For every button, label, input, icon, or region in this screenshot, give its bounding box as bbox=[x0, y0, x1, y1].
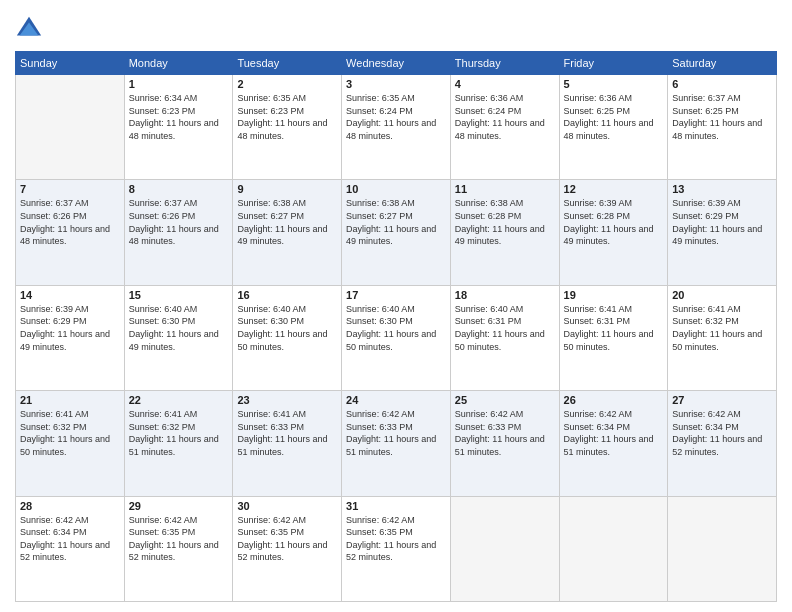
day-number: 25 bbox=[455, 394, 555, 406]
calendar-cell: 4Sunrise: 6:36 AMSunset: 6:24 PMDaylight… bbox=[450, 75, 559, 180]
day-info: Sunrise: 6:42 AMSunset: 6:34 PMDaylight:… bbox=[564, 408, 664, 458]
calendar-cell: 7Sunrise: 6:37 AMSunset: 6:26 PMDaylight… bbox=[16, 180, 125, 285]
calendar-cell: 9Sunrise: 6:38 AMSunset: 6:27 PMDaylight… bbox=[233, 180, 342, 285]
weekday-header: Thursday bbox=[450, 52, 559, 75]
day-number: 31 bbox=[346, 500, 446, 512]
day-number: 3 bbox=[346, 78, 446, 90]
day-info: Sunrise: 6:35 AMSunset: 6:24 PMDaylight:… bbox=[346, 92, 446, 142]
day-info: Sunrise: 6:42 AMSunset: 6:33 PMDaylight:… bbox=[455, 408, 555, 458]
day-info: Sunrise: 6:37 AMSunset: 6:26 PMDaylight:… bbox=[20, 197, 120, 247]
day-info: Sunrise: 6:34 AMSunset: 6:23 PMDaylight:… bbox=[129, 92, 229, 142]
weekday-header: Saturday bbox=[668, 52, 777, 75]
calendar-table: SundayMondayTuesdayWednesdayThursdayFrid… bbox=[15, 51, 777, 602]
day-number: 28 bbox=[20, 500, 120, 512]
day-info: Sunrise: 6:39 AMSunset: 6:29 PMDaylight:… bbox=[672, 197, 772, 247]
calendar-cell: 31Sunrise: 6:42 AMSunset: 6:35 PMDayligh… bbox=[342, 496, 451, 601]
day-number: 13 bbox=[672, 183, 772, 195]
page: SundayMondayTuesdayWednesdayThursdayFrid… bbox=[0, 0, 792, 612]
day-number: 17 bbox=[346, 289, 446, 301]
day-info: Sunrise: 6:41 AMSunset: 6:32 PMDaylight:… bbox=[672, 303, 772, 353]
day-info: Sunrise: 6:41 AMSunset: 6:31 PMDaylight:… bbox=[564, 303, 664, 353]
day-info: Sunrise: 6:37 AMSunset: 6:26 PMDaylight:… bbox=[129, 197, 229, 247]
day-info: Sunrise: 6:40 AMSunset: 6:31 PMDaylight:… bbox=[455, 303, 555, 353]
day-number: 26 bbox=[564, 394, 664, 406]
weekday-header: Wednesday bbox=[342, 52, 451, 75]
calendar-cell bbox=[668, 496, 777, 601]
calendar-cell: 1Sunrise: 6:34 AMSunset: 6:23 PMDaylight… bbox=[124, 75, 233, 180]
calendar-cell: 10Sunrise: 6:38 AMSunset: 6:27 PMDayligh… bbox=[342, 180, 451, 285]
day-info: Sunrise: 6:38 AMSunset: 6:28 PMDaylight:… bbox=[455, 197, 555, 247]
day-info: Sunrise: 6:36 AMSunset: 6:24 PMDaylight:… bbox=[455, 92, 555, 142]
day-info: Sunrise: 6:41 AMSunset: 6:32 PMDaylight:… bbox=[129, 408, 229, 458]
calendar-cell: 23Sunrise: 6:41 AMSunset: 6:33 PMDayligh… bbox=[233, 391, 342, 496]
day-info: Sunrise: 6:41 AMSunset: 6:32 PMDaylight:… bbox=[20, 408, 120, 458]
day-number: 27 bbox=[672, 394, 772, 406]
day-info: Sunrise: 6:42 AMSunset: 6:35 PMDaylight:… bbox=[346, 514, 446, 564]
day-number: 2 bbox=[237, 78, 337, 90]
calendar-header-row: SundayMondayTuesdayWednesdayThursdayFrid… bbox=[16, 52, 777, 75]
day-info: Sunrise: 6:42 AMSunset: 6:33 PMDaylight:… bbox=[346, 408, 446, 458]
logo-icon bbox=[15, 15, 43, 43]
calendar-row: 21Sunrise: 6:41 AMSunset: 6:32 PMDayligh… bbox=[16, 391, 777, 496]
calendar-cell: 8Sunrise: 6:37 AMSunset: 6:26 PMDaylight… bbox=[124, 180, 233, 285]
calendar-cell: 5Sunrise: 6:36 AMSunset: 6:25 PMDaylight… bbox=[559, 75, 668, 180]
day-info: Sunrise: 6:40 AMSunset: 6:30 PMDaylight:… bbox=[237, 303, 337, 353]
day-info: Sunrise: 6:42 AMSunset: 6:35 PMDaylight:… bbox=[237, 514, 337, 564]
day-info: Sunrise: 6:42 AMSunset: 6:34 PMDaylight:… bbox=[672, 408, 772, 458]
day-info: Sunrise: 6:40 AMSunset: 6:30 PMDaylight:… bbox=[129, 303, 229, 353]
day-number: 24 bbox=[346, 394, 446, 406]
calendar-cell: 22Sunrise: 6:41 AMSunset: 6:32 PMDayligh… bbox=[124, 391, 233, 496]
day-info: Sunrise: 6:38 AMSunset: 6:27 PMDaylight:… bbox=[237, 197, 337, 247]
day-number: 9 bbox=[237, 183, 337, 195]
day-info: Sunrise: 6:42 AMSunset: 6:34 PMDaylight:… bbox=[20, 514, 120, 564]
calendar-cell: 24Sunrise: 6:42 AMSunset: 6:33 PMDayligh… bbox=[342, 391, 451, 496]
day-info: Sunrise: 6:35 AMSunset: 6:23 PMDaylight:… bbox=[237, 92, 337, 142]
day-number: 12 bbox=[564, 183, 664, 195]
calendar-cell: 21Sunrise: 6:41 AMSunset: 6:32 PMDayligh… bbox=[16, 391, 125, 496]
calendar-cell: 25Sunrise: 6:42 AMSunset: 6:33 PMDayligh… bbox=[450, 391, 559, 496]
calendar-cell bbox=[16, 75, 125, 180]
day-info: Sunrise: 6:36 AMSunset: 6:25 PMDaylight:… bbox=[564, 92, 664, 142]
calendar-cell: 27Sunrise: 6:42 AMSunset: 6:34 PMDayligh… bbox=[668, 391, 777, 496]
weekday-header: Monday bbox=[124, 52, 233, 75]
day-number: 7 bbox=[20, 183, 120, 195]
day-info: Sunrise: 6:37 AMSunset: 6:25 PMDaylight:… bbox=[672, 92, 772, 142]
calendar-cell: 28Sunrise: 6:42 AMSunset: 6:34 PMDayligh… bbox=[16, 496, 125, 601]
calendar-cell: 29Sunrise: 6:42 AMSunset: 6:35 PMDayligh… bbox=[124, 496, 233, 601]
calendar-cell: 18Sunrise: 6:40 AMSunset: 6:31 PMDayligh… bbox=[450, 285, 559, 390]
day-number: 22 bbox=[129, 394, 229, 406]
calendar-cell: 12Sunrise: 6:39 AMSunset: 6:28 PMDayligh… bbox=[559, 180, 668, 285]
day-number: 5 bbox=[564, 78, 664, 90]
calendar-cell: 17Sunrise: 6:40 AMSunset: 6:30 PMDayligh… bbox=[342, 285, 451, 390]
day-number: 4 bbox=[455, 78, 555, 90]
calendar-cell: 15Sunrise: 6:40 AMSunset: 6:30 PMDayligh… bbox=[124, 285, 233, 390]
day-number: 15 bbox=[129, 289, 229, 301]
calendar-cell: 13Sunrise: 6:39 AMSunset: 6:29 PMDayligh… bbox=[668, 180, 777, 285]
day-number: 16 bbox=[237, 289, 337, 301]
day-number: 21 bbox=[20, 394, 120, 406]
calendar-cell: 11Sunrise: 6:38 AMSunset: 6:28 PMDayligh… bbox=[450, 180, 559, 285]
calendar-cell bbox=[559, 496, 668, 601]
day-number: 1 bbox=[129, 78, 229, 90]
calendar-cell: 20Sunrise: 6:41 AMSunset: 6:32 PMDayligh… bbox=[668, 285, 777, 390]
weekday-header: Friday bbox=[559, 52, 668, 75]
calendar-cell bbox=[450, 496, 559, 601]
calendar-cell: 16Sunrise: 6:40 AMSunset: 6:30 PMDayligh… bbox=[233, 285, 342, 390]
day-info: Sunrise: 6:40 AMSunset: 6:30 PMDaylight:… bbox=[346, 303, 446, 353]
calendar-row: 28Sunrise: 6:42 AMSunset: 6:34 PMDayligh… bbox=[16, 496, 777, 601]
day-info: Sunrise: 6:39 AMSunset: 6:28 PMDaylight:… bbox=[564, 197, 664, 247]
day-number: 6 bbox=[672, 78, 772, 90]
day-info: Sunrise: 6:41 AMSunset: 6:33 PMDaylight:… bbox=[237, 408, 337, 458]
day-number: 19 bbox=[564, 289, 664, 301]
day-number: 11 bbox=[455, 183, 555, 195]
calendar-cell: 3Sunrise: 6:35 AMSunset: 6:24 PMDaylight… bbox=[342, 75, 451, 180]
calendar-cell: 2Sunrise: 6:35 AMSunset: 6:23 PMDaylight… bbox=[233, 75, 342, 180]
calendar-cell: 19Sunrise: 6:41 AMSunset: 6:31 PMDayligh… bbox=[559, 285, 668, 390]
weekday-header: Sunday bbox=[16, 52, 125, 75]
day-number: 8 bbox=[129, 183, 229, 195]
day-info: Sunrise: 6:39 AMSunset: 6:29 PMDaylight:… bbox=[20, 303, 120, 353]
calendar-row: 14Sunrise: 6:39 AMSunset: 6:29 PMDayligh… bbox=[16, 285, 777, 390]
calendar-cell: 26Sunrise: 6:42 AMSunset: 6:34 PMDayligh… bbox=[559, 391, 668, 496]
day-number: 29 bbox=[129, 500, 229, 512]
calendar-cell: 14Sunrise: 6:39 AMSunset: 6:29 PMDayligh… bbox=[16, 285, 125, 390]
